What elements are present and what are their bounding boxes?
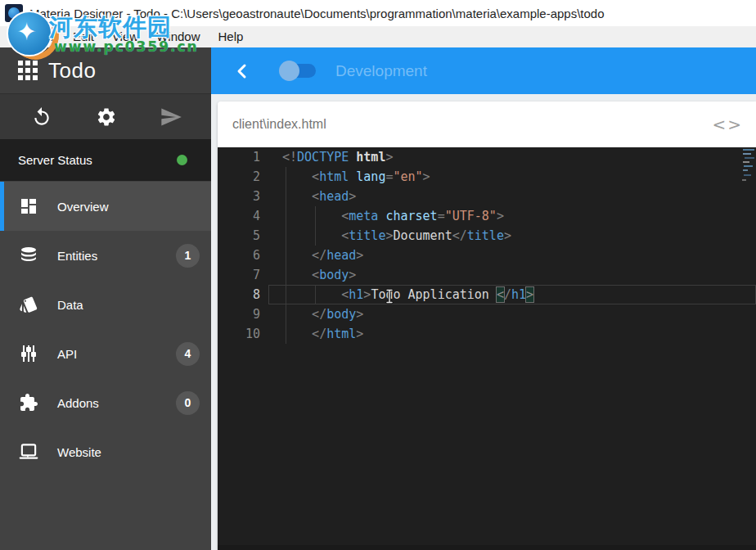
menu-materia[interactable]: Materia [5,26,64,47]
code-line[interactable]: 6 </head> [218,246,756,265]
sidebar-item-overview[interactable]: Overview [0,182,211,231]
code-text: </body> [282,304,363,324]
minimap[interactable] [738,149,754,198]
sidebar-toolbar [0,94,211,139]
code-line[interactable]: 2 <html lang="en"> [218,167,756,187]
editor-bottom-strip [218,545,756,550]
sidebar-item-addons[interactable]: Addons 0 [0,378,211,427]
app-icon [5,4,23,22]
code-line[interactable]: 9 </body> [218,304,756,324]
code-lines[interactable]: 1<!DOCTYPE html>2 <html lang="en">3 <hea… [218,147,756,344]
menu-help[interactable]: Help [209,26,253,47]
entities-count-badge: 1 [176,244,200,268]
code-text: </html> [282,324,363,344]
back-chevron-icon[interactable] [232,61,252,81]
code-text: <html lang="en"> [282,167,430,187]
sidebar-item-label: Addons [57,396,99,410]
line-number: 6 [218,246,260,265]
code-line[interactable]: 4 <meta charset="UTF-8"> [218,206,756,226]
window-titlebar: Materia Designer - Todo - C:\Users\geoas… [0,0,756,26]
sidebar: Todo Server Status Overview [0,47,211,550]
code-line[interactable]: 5 <title>Document</title> [218,226,756,246]
laptop-icon [18,441,39,462]
menu-edit[interactable]: Edit [64,26,103,47]
environment-toggle[interactable] [283,64,316,78]
dashboard-icon [18,196,39,217]
window-title: Materia Designer - Todo - C:\Users\geoas… [29,7,605,20]
code-editor[interactable]: 1<!DOCTYPE html>2 <html lang="en">3 <hea… [218,147,756,550]
sidebar-item-label: Website [57,445,101,459]
line-number: 8 [218,285,260,304]
line-number: 9 [218,304,260,324]
code-line[interactable]: 7 <body> [218,265,756,285]
sidebar-item-label: Entities [57,249,97,263]
environment-topbar: Development [211,47,756,94]
code-text: <h1>Todo Application </h1> [282,285,533,304]
code-text: </head> [282,246,363,265]
apps-grid-icon [18,61,38,80]
sidebar-item-api[interactable]: API 4 [0,329,211,378]
refresh-icon[interactable] [29,105,54,129]
api-count-badge: 4 [176,342,200,366]
sidebar-item-website[interactable]: Website [0,427,211,476]
line-number: 4 [218,206,260,226]
file-path: client\index.html [232,117,326,132]
code-text: <meta charset="UTF-8"> [282,206,504,226]
sidebar-item-entities[interactable]: Entities 1 [0,231,211,280]
app-name: Todo [48,58,96,83]
editor-header: client\index.html <> [218,101,756,147]
line-number: 3 [218,187,260,206]
code-text: <!DOCTYPE html> [282,147,393,167]
database-icon [18,245,39,266]
sidebar-item-label: API [57,347,77,361]
addons-count-badge: 0 [176,391,200,415]
settings-gear-icon[interactable] [94,105,119,129]
line-number: 5 [218,226,260,246]
line-number: 10 [218,324,260,344]
mouse-ibeam-cursor [385,288,394,304]
line-number: 7 [218,265,260,285]
code-line[interactable]: 1<!DOCTYPE html> [218,147,756,167]
menubar: Materia Edit View Window Help [0,26,756,47]
send-icon[interactable] [159,105,183,129]
mode-label: Development [335,62,427,80]
code-text: <body> [282,265,356,285]
code-brackets-icon[interactable]: <> [712,115,743,134]
sidebar-item-data[interactable]: Data [0,280,211,329]
server-status-label: Server Status [18,153,92,167]
server-status-dot [177,155,187,165]
code-line[interactable]: 3 <head> [218,187,756,206]
sidebar-header: Todo [0,47,211,94]
editor-card: client\index.html <> 1<!DOCTYPE html>2 <… [218,101,756,550]
sidebar-nav: Overview Entities 1 Data [0,182,211,550]
line-number: 1 [218,147,260,167]
menu-view[interactable]: View [103,26,147,47]
code-text: <title>Document</title> [282,226,511,246]
code-text: <head> [282,187,356,206]
sliders-icon [18,343,39,364]
menu-window[interactable]: Window [147,26,209,47]
toggle-knob [279,61,299,81]
puzzle-icon [18,392,39,413]
code-line[interactable]: 8 <h1>Todo Application </h1> [218,285,756,304]
workspace: client\index.html <> 1<!DOCTYPE html>2 <… [211,94,756,550]
style-cards-icon [18,294,39,315]
server-status: Server Status [0,139,211,181]
line-number: 2 [218,167,260,187]
code-line[interactable]: 10 </html> [218,324,756,344]
sidebar-item-label: Data [57,298,83,312]
main-content: Development client\index.html <> 1<!DOCT… [211,47,756,550]
sidebar-item-label: Overview [57,200,109,214]
